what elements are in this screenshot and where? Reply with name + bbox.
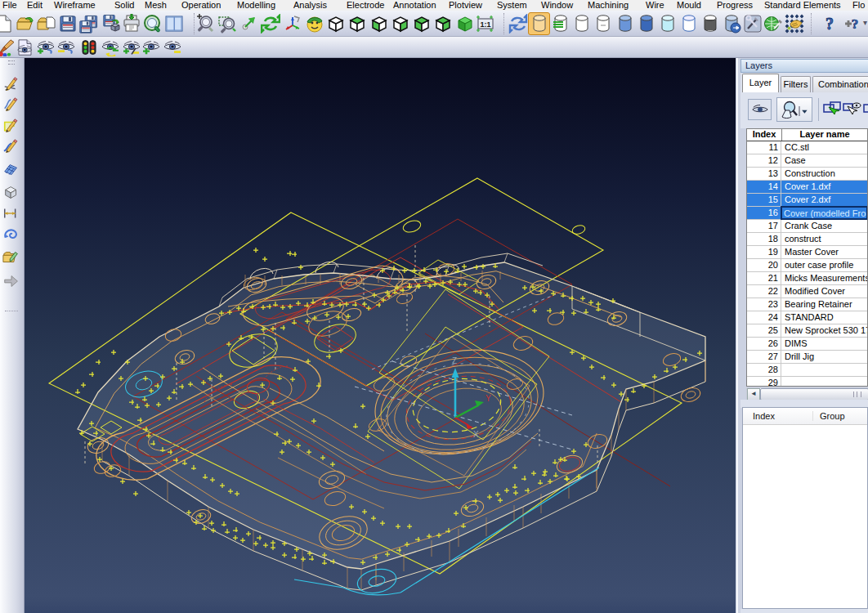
svg-text:Y: Y bbox=[485, 394, 491, 403]
svg-text:?: ? bbox=[852, 16, 859, 32]
svg-text:X: X bbox=[473, 430, 479, 439]
svg-text:Z: Z bbox=[452, 356, 457, 365]
svg-text:?: ? bbox=[825, 15, 834, 33]
svg-text:1:1: 1:1 bbox=[480, 20, 490, 29]
